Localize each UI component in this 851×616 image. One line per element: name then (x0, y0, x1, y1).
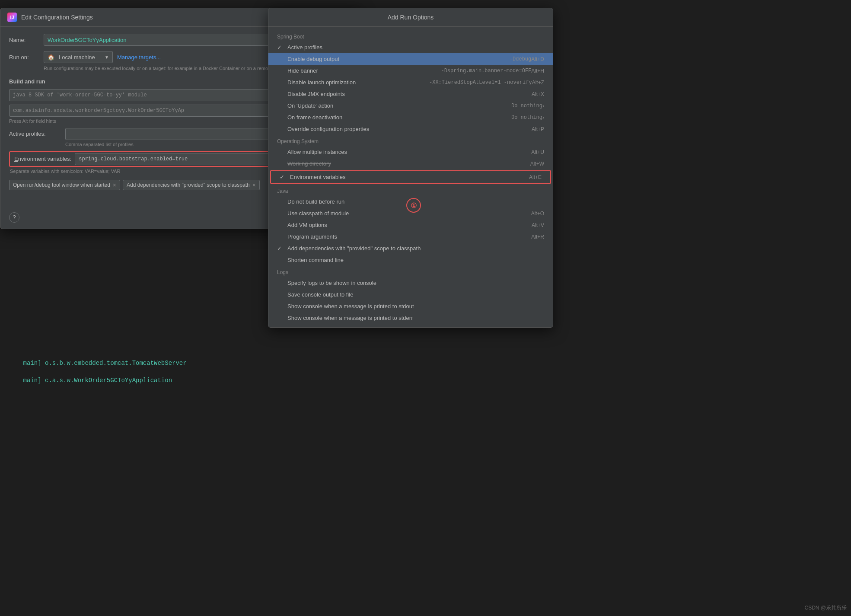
section-logs: Logs (268, 266, 553, 277)
check-env-vars: ✓ (280, 174, 287, 180)
tag-text-2: Add dependencies with "provided" scope t… (127, 182, 250, 188)
manage-targets-link[interactable]: Manage targets... (117, 54, 161, 61)
text-show-stderr: Show console when a message is printed t… (287, 315, 544, 321)
help-button[interactable]: ? (9, 212, 19, 223)
menu-item-env-vars[interactable]: ✓ Environment variables Alt+E (271, 171, 550, 183)
text-override-config: Override configuration properties (287, 126, 532, 132)
section-java: Java (268, 185, 553, 196)
tag-close-1[interactable]: × (113, 182, 116, 188)
menu-item-on-deactivation[interactable]: On frame deactivation Do nothing › (268, 112, 553, 123)
watermark: CSDN @乐其所乐 (804, 604, 847, 612)
menu-item-working-dir[interactable]: Working directory Alt+W (268, 158, 553, 169)
tag-close-2[interactable]: × (252, 182, 256, 188)
active-profiles-label: Active profiles: (9, 131, 65, 137)
shortcut-classpath-module: Alt+O (531, 211, 544, 217)
menu-item-disable-launch[interactable]: Disable launch optimization -XX:TieredSt… (268, 77, 553, 88)
menu-item-on-update[interactable]: On 'Update' action Do nothing › (268, 100, 553, 112)
shortcut-allow-multiple: Alt+U (531, 149, 544, 155)
check-add-deps: ✓ (277, 245, 284, 252)
name-input[interactable] (44, 34, 281, 46)
text-working-dir: Working directory (287, 160, 530, 167)
menu-item-show-stdout[interactable]: Show console when a message is printed t… (268, 300, 553, 312)
name-label: Name: (9, 37, 39, 43)
shortcut-program-args: Alt+R (531, 234, 544, 240)
text-on-deactivation: On frame deactivation (287, 114, 508, 121)
shortcut-vm-options: Alt+V (532, 222, 544, 228)
text-enable-debug: Enable debug output (287, 56, 506, 62)
menu-item-hide-banner[interactable]: Hide banner -Dspring.main.banner-mode=OF… (268, 65, 553, 77)
shortcut-hide-banner: Alt+H (531, 68, 544, 74)
menu-item-specify-logs[interactable]: Specify logs to be shown in console (268, 277, 553, 289)
runon-dropdown[interactable]: 🏠 Local machine ▼ (44, 51, 113, 63)
annotation-circle-1: ① (406, 198, 421, 213)
text-allow-multiple: Allow multiple instances (287, 149, 531, 155)
tag-open-tool-window: Open run/debug tool window when started … (9, 180, 120, 190)
section-spring-boot: Spring Boot (268, 30, 553, 41)
text-disable-launch: Disable launch optimization (287, 79, 426, 86)
text-add-deps: Add dependencies with "provided" scope t… (287, 245, 544, 252)
text-hide-banner: Hide banner (287, 67, 437, 74)
shortcut-override-config: Alt+P (532, 126, 544, 132)
check-active-profiles: ✓ (277, 44, 284, 51)
text-disable-jmx: Disable JMX endpoints (287, 91, 532, 97)
section-operating-system: Operating System (268, 135, 553, 146)
param-disable-launch: -XX:TieredStopAtLevel=1 -noverify (429, 80, 532, 86)
param-enable-debug: -Ddebug (510, 56, 531, 62)
terminal-line-2: main] c.a.s.w.WorkOrder5GCToYyApplicatio… (0, 376, 851, 385)
panel-header: Add Run Options (268, 8, 553, 27)
shortcut-env-vars: Alt+E (529, 174, 542, 180)
house-icon: 🏠 (48, 54, 54, 61)
text-save-console: Save console output to file (287, 291, 544, 298)
menu-item-add-deps[interactable]: ✓ Add dependencies with "provided" scope… (268, 243, 553, 254)
menu-item-shorten-cmd[interactable]: Shorten command line (268, 254, 553, 266)
titlebar-left: IJ Edit Configuration Settings (7, 13, 93, 22)
text-show-stdout: Show console when a message is printed t… (287, 303, 544, 310)
runon-value: Local machine (59, 54, 95, 61)
menu-item-show-stderr[interactable]: Show console when a message is printed t… (268, 312, 553, 324)
shortcut-working-dir: Alt+W (530, 161, 544, 167)
panel-title: Add Run Options (388, 14, 434, 21)
param-hide-banner: -Dspring.main.banner-mode=OFF (441, 68, 531, 74)
menu-item-vm-options[interactable]: Add VM options Alt+V (268, 219, 553, 231)
sdk-value: java 8 SDK of 'work-order-5GC-to-yy' mod… (13, 92, 147, 98)
tag-text-1: Open run/debug tool window when started (13, 182, 110, 188)
menu-item-save-console[interactable]: Save console output to file (268, 289, 553, 300)
text-specify-logs: Specify logs to be shown in console (287, 280, 544, 286)
menu-item-enable-debug[interactable]: Enable debug output -Ddebug Alt+D (268, 53, 553, 65)
arrow-on-deactivation: › (542, 115, 544, 121)
arrow-on-update: › (542, 103, 544, 109)
text-vm-options: Add VM options (287, 222, 532, 228)
terminal-line-1: main] o.s.b.w.embedded.tomcat.TomcatWebS… (0, 359, 851, 367)
runon-label: Run on: (9, 54, 39, 61)
text-active-profiles: Active profiles (287, 44, 544, 51)
param-on-deactivation: Do nothing (511, 115, 542, 121)
tag-add-dependencies: Add dependencies with "provided" scope t… (123, 180, 260, 190)
env-vars-menu-border: ✓ Environment variables Alt+E (270, 170, 551, 184)
env-vars-label: Environment variables: (11, 156, 75, 162)
param-on-update: Do nothing (511, 103, 542, 109)
dialog-title: Edit Configuration Settings (21, 14, 93, 21)
text-shorten-cmd: Shorten command line (287, 257, 544, 263)
menu-item-allow-multiple[interactable]: Allow multiple instances Alt+U (268, 146, 553, 158)
text-program-args: Program arguments (287, 233, 531, 240)
panel-body: Spring Boot ✓ Active profiles Enable deb… (268, 27, 553, 327)
shortcut-disable-jmx: Alt+X (532, 91, 544, 97)
text-env-vars: Environment variables (290, 174, 529, 180)
menu-item-disable-jmx[interactable]: Disable JMX endpoints Alt+X (268, 88, 553, 100)
shortcut-disable-launch: Alt+Z (532, 80, 544, 86)
menu-item-active-profiles[interactable]: ✓ Active profiles (268, 41, 553, 53)
intellij-icon: IJ (7, 13, 17, 22)
shortcut-enable-debug: Alt+D (531, 56, 544, 62)
add-run-options-panel: Add Run Options Spring Boot ✓ Active pro… (268, 8, 553, 328)
menu-item-override-config[interactable]: Override configuration properties Alt+P (268, 123, 553, 135)
dropdown-arrow-icon: ▼ (105, 55, 109, 60)
text-on-update: On 'Update' action (287, 102, 508, 109)
menu-item-program-args[interactable]: Program arguments Alt+R (268, 231, 553, 243)
